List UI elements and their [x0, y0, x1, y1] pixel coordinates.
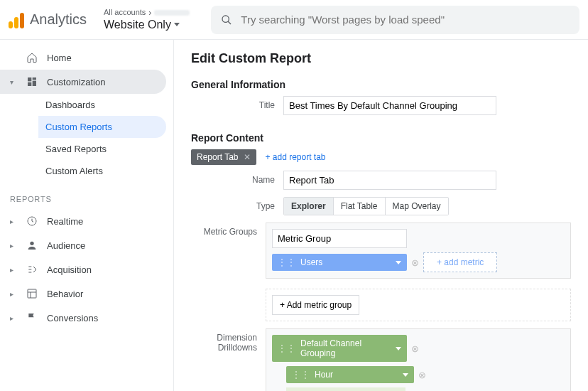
property-name: Website Only [104, 18, 171, 31]
drag-icon: ⋮⋮ [278, 257, 296, 267]
chevron-down-icon [10, 78, 17, 86]
close-icon[interactable]: ✕ [244, 152, 251, 162]
account-picker[interactable]: All accounts › Website Only [104, 8, 190, 32]
metric-groups-label: Metric Groups [191, 223, 266, 237]
add-metric-group-button[interactable]: + Add metric group [272, 295, 359, 315]
metric-group-name-input[interactable] [272, 229, 407, 248]
dimension-chip-hour[interactable]: ⋮⋮ Hour [286, 366, 414, 383]
clock-icon [26, 215, 38, 227]
remove-dimension-icon[interactable]: ⊗ [411, 343, 419, 354]
title-label: Title [191, 96, 283, 110]
subnav-custom-reports[interactable]: Custom Reports [38, 116, 166, 138]
chevron-right-icon: › [148, 8, 151, 18]
chevron-right-icon [10, 266, 17, 274]
drag-icon: ⋮⋮ [292, 370, 310, 380]
subnav-custom-alerts[interactable]: Custom Alerts [38, 160, 166, 182]
svg-rect-8 [28, 289, 36, 298]
account-line: All accounts [104, 8, 146, 17]
page-title: Edit Custom Report [191, 51, 571, 66]
remove-metric-icon[interactable]: ⊗ [411, 257, 419, 268]
svg-line-1 [228, 21, 231, 24]
redacted-account [154, 10, 190, 16]
caret-down-icon [174, 23, 180, 26]
person-icon [26, 240, 38, 251]
analytics-logo-icon [9, 11, 26, 28]
app-header: Analytics All accounts › Website Only [0, 0, 588, 40]
reports-section-label: REPORTS [0, 182, 173, 209]
chevron-right-icon [10, 218, 17, 225]
svg-rect-4 [33, 81, 36, 86]
add-dimension-button[interactable]: + add dimension [286, 387, 405, 391]
add-report-tab-link[interactable]: + add report tab [265, 152, 325, 162]
name-input[interactable] [283, 171, 496, 190]
svg-point-0 [222, 16, 229, 22]
general-info-heading: General Information [191, 79, 571, 90]
caret-down-icon [396, 347, 401, 350]
caret-down-icon [396, 261, 401, 264]
nav-audience[interactable]: Audience [0, 233, 166, 257]
dashboard-icon [26, 76, 38, 87]
app-name: Analytics [30, 11, 87, 28]
add-metric-button[interactable]: + add metric [423, 252, 497, 272]
chevron-right-icon [10, 242, 17, 250]
search-icon [221, 14, 232, 26]
dimension-drilldowns-label: Dimension Drilldowns [191, 328, 266, 353]
subnav-dashboards[interactable]: Dashboards [38, 94, 166, 116]
type-label: Type [191, 197, 283, 211]
nav-realtime[interactable]: Realtime [0, 209, 166, 233]
name-label: Name [191, 171, 283, 185]
type-toggle: Explorer Flat Table Map Overlay [283, 197, 449, 215]
app-logo: Analytics [9, 11, 87, 28]
svg-point-7 [30, 242, 33, 245]
flag-icon [26, 312, 38, 323]
svg-rect-3 [33, 77, 36, 80]
svg-rect-2 [28, 77, 31, 81]
drag-icon: ⋮⋮ [278, 343, 296, 353]
main-content: Edit Custom Report General Information T… [174, 40, 588, 391]
title-input[interactable] [283, 96, 496, 115]
nav-conversions[interactable]: Conversions [0, 306, 166, 330]
chevron-right-icon [10, 290, 17, 298]
customization-subnav: Dashboards Custom Reports Saved Reports … [0, 94, 173, 182]
report-content-heading: Report Content [191, 132, 571, 144]
subnav-saved-reports[interactable]: Saved Reports [38, 138, 166, 160]
dimension-chip-channel[interactable]: ⋮⋮ Default Channel Grouping [272, 335, 407, 362]
caret-down-icon [403, 373, 408, 377]
sidebar: Home Customization Dashboards Custom Rep… [0, 40, 174, 391]
chevron-right-icon [10, 314, 17, 322]
report-tab-pill[interactable]: Report Tab ✕ [191, 149, 256, 165]
type-map-overlay[interactable]: Map Overlay [386, 198, 448, 215]
nav-acquisition[interactable]: Acquisition [0, 257, 166, 282]
type-flat-table[interactable]: Flat Table [334, 198, 386, 215]
search-input[interactable] [241, 14, 570, 26]
dimension-box: ⋮⋮ Default Channel Grouping ⊗ ⋮⋮ Hour ⊗ [266, 328, 571, 391]
nav-home[interactable]: Home [0, 45, 166, 70]
behavior-icon [26, 288, 38, 299]
nav-customization[interactable]: Customization [0, 70, 166, 94]
metric-group-box: ⋮⋮ Users ⊗ + add metric [266, 223, 571, 279]
metric-chip-users[interactable]: ⋮⋮ Users [272, 254, 407, 271]
remove-dimension-icon[interactable]: ⊗ [418, 370, 426, 380]
svg-rect-5 [28, 82, 31, 86]
home-icon [26, 52, 38, 63]
acquisition-icon [26, 264, 38, 275]
nav-behavior[interactable]: Behavior [0, 282, 166, 306]
type-explorer[interactable]: Explorer [284, 198, 334, 215]
search-bar[interactable] [211, 6, 579, 34]
